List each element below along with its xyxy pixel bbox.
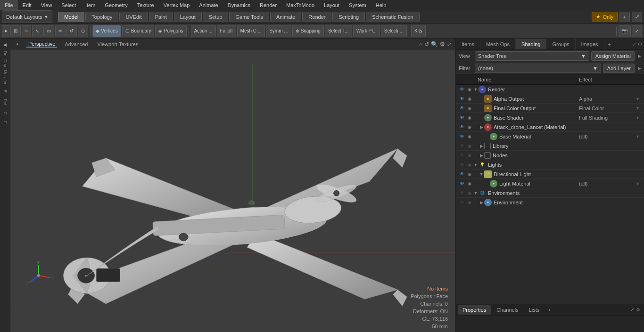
tree-item-render[interactable]: 👁 ◉ ▼ ● Render	[456, 85, 644, 94]
vp-tab-advanced[interactable]: Advanced	[63, 41, 90, 47]
tool-work-plane[interactable]: Work Pl...	[353, 25, 380, 37]
filter-dropdown[interactable]: (none) ▼	[475, 64, 601, 73]
eye-icon-render[interactable]: 👁	[458, 85, 466, 94]
lock-icon-nodes[interactable]: ◉	[466, 153, 473, 158]
eye-icon-base-material[interactable]: 👁	[458, 132, 466, 141]
tab-topology[interactable]: Topology	[85, 12, 118, 22]
expand-icon[interactable]: ⤢	[632, 12, 642, 22]
arrow-dir-light[interactable]: ▼	[479, 172, 484, 177]
lock-icon-lights[interactable]: ◉	[466, 162, 473, 167]
tab-scripting[interactable]: Scripting	[332, 12, 365, 22]
tool-snapping[interactable]: ⊕ Snapping	[292, 25, 324, 37]
arrow-attack-drone[interactable]: ▶	[479, 125, 484, 130]
tree-item-final-color[interactable]: 👁 ◉ ■ Final Color Output Final Color ▼	[456, 104, 644, 113]
lock-icon-attack-drone[interactable]: ◉	[466, 125, 473, 130]
tool-rotate[interactable]: ↺	[66, 25, 77, 37]
menu-geometry[interactable]: Geometry	[100, 0, 132, 10]
menu-animate[interactable]: Animate	[194, 0, 223, 10]
tree-effect-arrow-alpha[interactable]: ▼	[636, 97, 642, 101]
tool-selecti[interactable]: Selecti ...	[381, 25, 407, 37]
arrow-library[interactable]: ▶	[479, 144, 484, 148]
menu-help[interactable]: Help	[371, 0, 391, 10]
vp-icon-rotate[interactable]: ↺	[424, 41, 429, 48]
tool-kits[interactable]: Kits	[411, 25, 426, 37]
lock-icon-environment[interactable]: ◉	[466, 200, 473, 205]
tool-vertices[interactable]: ◆ Vertices	[92, 25, 121, 37]
viewport[interactable]: ● Perspective Advanced Viewport Textures…	[10, 39, 455, 332]
vp-icon-expand[interactable]: ⤢	[447, 41, 452, 48]
tree-item-alpha-output[interactable]: 👁 ◉ ■ Alpha Output Alpha ▼	[456, 94, 644, 104]
tab-render[interactable]: Render	[302, 12, 331, 22]
tree-item-base-shader[interactable]: 👁 ◉ ● Base Shader Full Shading ▼	[456, 113, 644, 122]
menu-render[interactable]: Render	[255, 0, 281, 10]
arrow-environments[interactable]: ▼	[473, 191, 479, 195]
tree-item-attack-drone[interactable]: 👁 ◉ ▶ ● Attack_drone_Lancet (Material)	[456, 122, 644, 132]
tool-toggle[interactable]: ●	[2, 25, 9, 37]
panel-tab-shading[interactable]: Shading	[516, 39, 546, 49]
eye-icon-library[interactable]: 👁	[458, 142, 466, 150]
tree-effect-arrow-base-shader[interactable]: ▼	[636, 115, 642, 120]
vp-icon-settings[interactable]: ⚙	[440, 41, 445, 48]
tool-boundary[interactable]: ⬡ Boundary	[122, 25, 155, 37]
menu-file[interactable]: File	[0, 0, 18, 10]
bottom-settings-icon[interactable]: ⚙	[636, 307, 640, 312]
lock-icon-dir-light[interactable]: ◉	[466, 172, 473, 177]
tree-effect-arrow-final[interactable]: ▼	[636, 106, 642, 111]
vp-tab-perspective[interactable]: Perspective	[26, 41, 57, 48]
menu-edit[interactable]: Edit	[18, 0, 36, 10]
tree-item-environments[interactable]: 👁 ◉ ▼ 🌐 Environments	[456, 188, 644, 198]
star-button[interactable]: ★ Only	[592, 12, 618, 22]
tab-paint[interactable]: Paint	[149, 12, 173, 22]
tree-item-nodes[interactable]: 👁 ◉ ▶ Nodes	[456, 151, 644, 160]
arrow-nodes[interactable]: ▶	[479, 153, 484, 158]
lock-icon-final[interactable]: ◉	[466, 106, 473, 111]
tool-select-t[interactable]: Select T...	[325, 25, 352, 37]
sidebar-collapse[interactable]: ◀	[1, 40, 9, 49]
eye-icon-nodes[interactable]: 👁	[458, 151, 466, 160]
tool-select-lasso[interactable]: ✏	[55, 25, 66, 37]
lock-icon-base-shader[interactable]: ◉	[466, 115, 473, 120]
menu-select[interactable]: Select	[57, 0, 81, 10]
bottom-tab-channels[interactable]: Channels	[492, 305, 523, 315]
lock-icon-alpha[interactable]: ◉	[466, 97, 473, 101]
plus-button[interactable]: +	[619, 12, 630, 22]
viewport-canvas[interactable]: X Y Z No Items Polygons : Face Channels:…	[10, 50, 455, 332]
panel-tab-images[interactable]: Images	[576, 39, 604, 49]
lock-icon-render[interactable]: ◉	[466, 87, 473, 92]
tool-mesh[interactable]: Mesh C ...	[237, 25, 265, 37]
tree-item-library[interactable]: 👁 ◉ ▶ Library	[456, 141, 644, 151]
bottom-tab-add[interactable]: +	[545, 307, 553, 313]
tree-item-lights[interactable]: 👁 ◉ ▼ 💡 Lights	[456, 160, 644, 170]
tree-effect-arrow-light-material[interactable]: ▼	[636, 181, 642, 186]
panel-tab-mesh-ops[interactable]: Mesh Ops	[480, 39, 516, 49]
eye-icon-dir-light[interactable]: 👁	[458, 170, 466, 178]
eye-icon-attack-drone[interactable]: 👁	[458, 123, 466, 131]
menu-dynamics[interactable]: Dynamics	[223, 0, 255, 10]
tab-setup[interactable]: Setup	[203, 12, 229, 22]
lock-icon-base-material[interactable]: ◉	[466, 134, 473, 139]
bottom-expand-icon[interactable]: ⤢	[630, 307, 634, 312]
add-layer-button[interactable]: Add Layer	[603, 64, 635, 73]
eye-icon-environments[interactable]: 👁	[458, 189, 466, 197]
vp-tab-viewport-textures[interactable]: Viewport Textures	[95, 41, 140, 47]
tool-circle[interactable]: ○	[22, 25, 31, 37]
eye-icon-light-material[interactable]: 👁	[458, 179, 466, 188]
shader-tree[interactable]: 👁 ◉ ▼ ● Render 👁 ◉ ■ Alpha Output	[456, 85, 644, 304]
menu-layout[interactable]: Layout	[319, 0, 344, 10]
tree-item-environment[interactable]: 👁 ◉ ▶ ● Environment	[456, 198, 644, 207]
arrow-environment[interactable]: ▶	[479, 200, 484, 205]
layout-dropdown[interactable]: Default Layouts ▼	[2, 10, 52, 23]
menu-view[interactable]: View	[36, 0, 57, 10]
eye-icon-environment[interactable]: 👁	[458, 198, 466, 207]
lock-icon-library[interactable]: ◉	[466, 144, 473, 148]
tab-uvedit[interactable]: UVEdit	[119, 12, 148, 22]
tool-grid[interactable]: ⊞	[10, 25, 21, 37]
view-dropdown[interactable]: Shader Tree ▼	[475, 51, 589, 61]
tab-game-tools[interactable]: Game Tools	[229, 12, 269, 22]
tool-polygons[interactable]: ◈ Polygons	[155, 25, 186, 37]
assign-material-button[interactable]: Assign Material	[591, 51, 635, 61]
bottom-tab-properties[interactable]: Properties	[458, 305, 491, 315]
tab-model[interactable]: Model	[58, 12, 84, 22]
tool-symm[interactable]: Symm ...	[266, 25, 291, 37]
tree-effect-arrow-base-material[interactable]: ▼	[636, 134, 642, 139]
